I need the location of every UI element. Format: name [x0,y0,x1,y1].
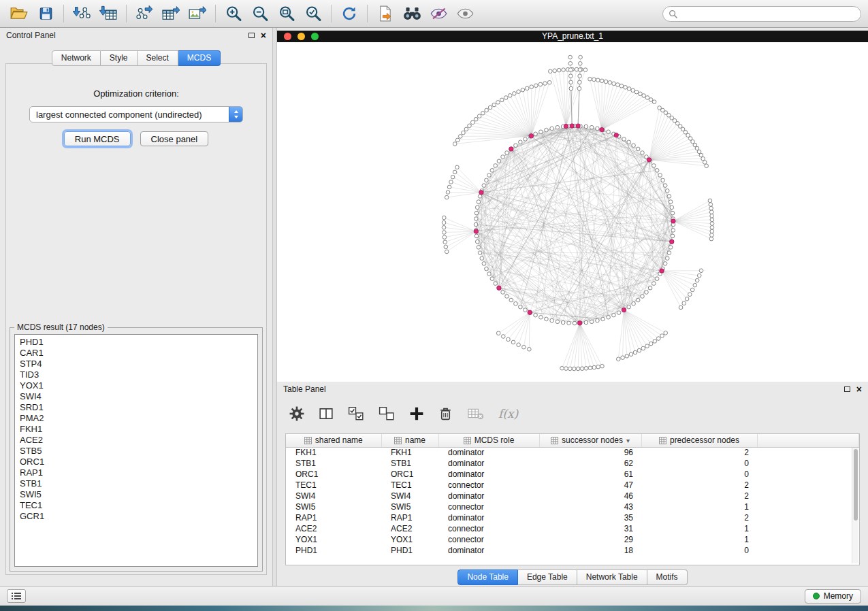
tab-style[interactable]: Style [101,50,138,66]
table-row[interactable]: STB1STB1dominator620 [286,458,859,469]
task-history-button[interactable] [7,589,26,603]
cell-shared-name[interactable]: PHD1 [286,545,381,556]
cell-role[interactable]: dominator [438,469,539,480]
cell-successors[interactable]: 29 [539,534,641,545]
table-row[interactable]: SWI4SWI4dominator462 [286,491,859,501]
cell-predecessors[interactable]: 1 [641,534,757,545]
network-graph[interactable] [277,42,868,382]
cell-predecessors[interactable]: 1 [641,523,757,534]
table-row[interactable]: TEC1TEC1connector472 [286,480,859,491]
tab-network[interactable]: Network [52,50,101,66]
cell-role[interactable]: connector [438,534,539,545]
zoom-fit-button[interactable] [274,3,299,24]
cell-predecessors[interactable]: 2 [641,512,757,523]
mcds-result-item[interactable]: PMA2 [20,413,253,424]
zoom-selected-button[interactable] [301,3,325,24]
cell-successors[interactable]: 47 [539,480,641,491]
tab-select[interactable]: Select [138,50,178,66]
cell-name[interactable]: FKH1 [381,447,438,458]
float-table-panel-icon[interactable] [844,386,850,392]
table-row[interactable]: SWI5SWI5connector431 [286,501,859,512]
mcds-result-item[interactable]: STB5 [20,446,253,457]
table-row[interactable]: FKH1FKH1dominator962 [286,447,859,458]
cell-predecessors[interactable]: 0 [641,545,757,556]
cell-successors[interactable]: 31 [539,523,641,534]
cell-shared-name[interactable]: SWI4 [286,491,381,501]
column-header-predecessor-nodes[interactable]: predecessor nodes [641,434,757,447]
memory-button[interactable]: Memory [805,589,861,604]
cell-shared-name[interactable]: STB1 [286,458,381,469]
table-row[interactable]: YOX1YOX1connector291 [286,534,859,545]
tab-node-table[interactable]: Node Table [457,569,518,585]
search-binoculars-button[interactable] [400,3,424,24]
cell-role[interactable]: dominator [438,491,539,501]
cell-predecessors[interactable]: 2 [641,480,757,491]
mcds-result-item[interactable]: SWI4 [20,391,253,402]
cell-predecessors[interactable]: 0 [641,469,757,480]
cell-name[interactable]: TEC1 [381,480,438,491]
cell-successors[interactable]: 18 [539,545,641,556]
cell-name[interactable]: PHD1 [381,545,438,556]
share-document-button[interactable] [373,3,398,24]
save-session-button[interactable] [33,3,58,24]
column-header-shared-name[interactable]: shared name [286,434,381,447]
mcds-result-list[interactable]: PHD1CAR1STP4TID3YOX1SWI4SRD1PMA2FKH1ACE2… [14,334,258,567]
cell-shared-name[interactable]: ORC1 [286,469,381,480]
add-column-button[interactable] [409,406,424,421]
cell-shared-name[interactable]: SWI5 [286,501,381,512]
float-panel-icon[interactable] [248,33,255,38]
refresh-view-button[interactable] [337,3,361,24]
table-row[interactable]: RAP1RAP1dominator352 [286,512,859,523]
select-all-button[interactable] [348,406,364,421]
cell-name[interactable]: ORC1 [381,469,438,480]
run-mcds-button[interactable]: Run MCDS [64,131,131,146]
mcds-result-item[interactable]: TEC1 [20,500,253,511]
mcds-result-item[interactable]: FKH1 [20,424,253,435]
mcds-result-item[interactable]: TID3 [20,369,253,380]
cell-shared-name[interactable]: RAP1 [286,512,381,523]
cell-role[interactable]: dominator [438,545,539,556]
cell-name[interactable]: YOX1 [381,534,438,545]
cell-successors[interactable]: 96 [539,447,641,458]
column-header-name[interactable]: name [381,434,438,447]
delete-column-button[interactable] [438,406,453,421]
import-network-button[interactable] [69,3,94,24]
import-table-button[interactable] [96,3,120,24]
column-header-successor-nodes[interactable]: successor nodes▾ [539,434,641,447]
tab-mcds[interactable]: MCDS [178,50,221,66]
tab-network-table[interactable]: Network Table [577,569,647,585]
cell-predecessors[interactable]: 0 [641,458,757,469]
close-panel-button[interactable]: Close panel [140,131,209,146]
cell-name[interactable]: RAP1 [381,512,438,523]
cell-successors[interactable]: 62 [539,458,641,469]
cell-predecessors[interactable]: 1 [641,501,757,512]
delete-table-button[interactable] [467,407,484,420]
export-image-button[interactable] [185,3,210,24]
zoom-in-button[interactable] [221,3,246,24]
cell-shared-name[interactable]: FKH1 [286,447,381,458]
mcds-result-item[interactable]: PHD1 [20,337,253,348]
column-header-mcds-role[interactable]: MCDS role [438,434,539,447]
function-builder-button[interactable]: f(x) [498,407,518,420]
close-table-panel-icon[interactable]: × [856,385,862,393]
export-network-button[interactable] [132,3,157,24]
search-input[interactable] [681,9,855,18]
cell-successors[interactable]: 35 [539,512,641,523]
cell-name[interactable]: SWI4 [381,491,438,501]
table-row[interactable]: ACE2ACE2connector311 [286,523,859,534]
hide-unselected-button[interactable] [426,3,451,24]
mcds-result-item[interactable]: ORC1 [20,457,253,467]
zoom-out-button[interactable] [248,3,272,24]
cell-role[interactable]: connector [438,501,539,512]
table-scrollbar[interactable] [852,448,858,563]
cell-name[interactable]: ACE2 [381,523,438,534]
tab-motifs[interactable]: Motifs [647,569,688,585]
mcds-result-item[interactable]: SWI5 [20,489,253,500]
mcds-result-item[interactable]: YOX1 [20,380,253,391]
cell-name[interactable]: SWI5 [381,501,438,512]
criterion-select[interactable]: largest connected component (undirected) [29,106,243,122]
open-file-button[interactable] [7,3,31,24]
cell-predecessors[interactable]: 2 [641,491,757,501]
cell-predecessors[interactable]: 2 [641,447,757,458]
show-all-button[interactable] [453,3,477,24]
